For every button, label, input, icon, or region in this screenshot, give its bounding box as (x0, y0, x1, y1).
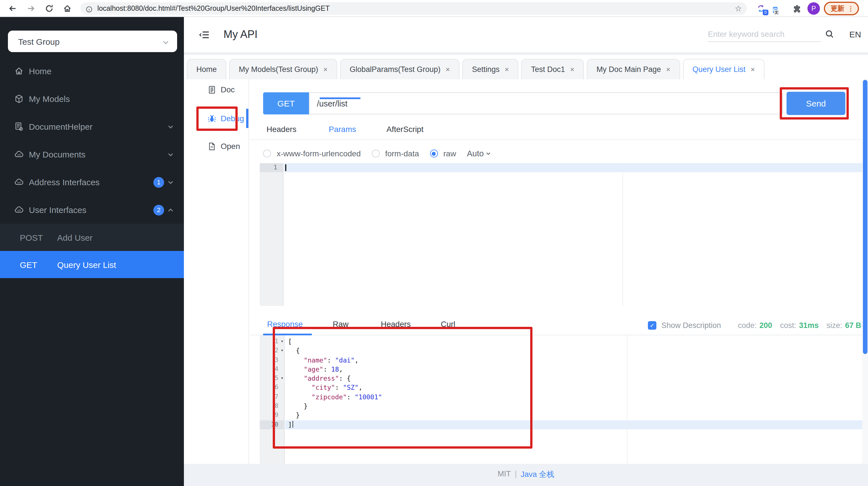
document-tab[interactable]: Settings × (462, 59, 519, 79)
tab-close-icon[interactable]: × (323, 65, 328, 74)
request-body-editor[interactable]: 1 (250, 163, 868, 306)
tab-close-icon[interactable]: × (666, 65, 670, 74)
sidebar-item-label: My Documents (29, 149, 86, 159)
sidebar-nav: Home My Models DocumentHelper (0, 57, 184, 224)
request-tab[interactable]: Params (329, 124, 356, 134)
interface-item[interactable]: POST Add User (0, 224, 184, 251)
tab-close-icon[interactable]: × (570, 65, 574, 74)
scrollbar-thumb[interactable] (863, 80, 867, 354)
doc-nav-item[interactable]: Doc (184, 82, 248, 97)
show-description-label: Show Description (661, 321, 721, 330)
response-body-editor[interactable]: 1▾ [ 2▾ { (250, 335, 868, 464)
url-text[interactable]: localhost:8080/doc.html#/Test%20Group/Us… (97, 4, 735, 12)
browser-profile-avatar[interactable]: P (807, 2, 820, 15)
extensions-puzzle-icon[interactable] (792, 4, 801, 13)
bookmark-star-icon[interactable]: ☆ (735, 4, 742, 13)
browser-forward-icon[interactable] (27, 4, 36, 13)
language-switch[interactable]: EN (849, 29, 861, 39)
tab-close-icon[interactable]: × (445, 65, 450, 74)
body-type-options: x-www-form-urlencoded form-data (263, 146, 491, 162)
request-url-input[interactable] (309, 92, 782, 114)
sidebar-item[interactable]: DocumentHelper (0, 113, 184, 141)
chevron-down-icon (162, 38, 169, 45)
doc-side-nav: Doc Debug Open (184, 79, 249, 464)
code-line: 7 "zipcode": "10001" (250, 393, 868, 402)
code-line: 1▾ [ (250, 337, 868, 346)
request-tabs: Headers Params AfterScript (250, 120, 868, 140)
code-line: 9 } (250, 411, 868, 420)
response-stat: code: 200 (738, 321, 772, 330)
sidebar-item-icon (14, 66, 24, 76)
collapse-sidebar-icon[interactable] (199, 29, 210, 40)
app-header: My API EN (184, 17, 868, 55)
chevron-icon (167, 207, 174, 213)
interface-item[interactable]: GET Query User List (0, 251, 184, 278)
tab-close-icon[interactable]: × (505, 65, 509, 74)
response-tab[interactable]: Headers (381, 319, 411, 328)
sync-extension-icon[interactable]: 0 (756, 4, 766, 13)
show-description-checkbox[interactable]: ✓ (648, 321, 656, 330)
document-tab[interactable]: GlobalParams(Test Group) × (340, 59, 460, 79)
document-tab[interactable]: My Models(Test Group) × (229, 59, 337, 79)
radio-label: form-data (385, 149, 419, 158)
scrollbar-track[interactable] (862, 79, 868, 464)
tab-label: Home (196, 65, 217, 74)
body-type-radio[interactable]: raw (430, 149, 456, 158)
document-tab[interactable]: My Doc Main Page × (587, 59, 680, 79)
stat-value: 67 B (845, 321, 861, 330)
response-tab[interactable]: Raw (333, 319, 348, 328)
response-tab[interactable]: Curl (441, 319, 455, 328)
site-info-icon[interactable] (86, 5, 93, 12)
fold-caret-icon[interactable]: ▾ (278, 337, 283, 346)
fold-caret-icon[interactable]: ▾ (278, 346, 283, 356)
search-icon[interactable] (825, 29, 834, 38)
tab-label: Query User List (692, 65, 745, 74)
document-tab[interactable]: Query User List × (683, 59, 765, 79)
tab-close-icon[interactable]: × (751, 65, 755, 74)
browser-reload-icon[interactable] (45, 4, 54, 13)
body-type-radio[interactable]: x-www-form-urlencoded (263, 149, 361, 158)
browser-toolbar: localhost:8080/doc.html#/Test%20Group/Us… (0, 0, 868, 17)
tab-label: My Models(Test Group) (239, 65, 318, 74)
footer-link[interactable]: Java 全栈 (521, 469, 554, 486)
browser-update-button[interactable]: 更新 ⋮ (824, 2, 859, 15)
active-nav-indicator (246, 109, 248, 128)
sidebar-item[interactable]: My Models (0, 85, 184, 113)
group-select[interactable]: Test Group (8, 31, 177, 52)
response-tab[interactable]: Response (267, 319, 303, 328)
body-type-radio[interactable]: form-data (371, 149, 419, 158)
sidebar-item[interactable]: Home (0, 57, 184, 85)
document-tab[interactable]: Test Doc1 × (521, 59, 584, 79)
browser-menu-icon[interactable]: ⋮ (848, 5, 854, 12)
count-badge: 1 (153, 177, 164, 188)
sidebar-item-icon (14, 122, 24, 132)
stat-value: 31ms (799, 321, 818, 330)
doc-nav-icon (208, 85, 216, 94)
sidebar-item[interactable]: API My Documents (0, 141, 184, 168)
sidebar-item-icon: API (14, 149, 24, 159)
document-tab[interactable]: Home (187, 59, 226, 79)
doc-nav-item[interactable]: Open (184, 139, 248, 153)
svg-text:API: API (17, 181, 21, 184)
browser-home-icon[interactable] (63, 4, 72, 13)
browser-back-icon[interactable] (8, 4, 17, 13)
request-tab[interactable]: AfterScript (386, 124, 424, 134)
translate-extension-icon[interactable]: G 文 (773, 4, 782, 13)
send-button[interactable]: Send (786, 92, 845, 115)
code-line: 6 "city": "SZ", (250, 383, 868, 393)
format-select[interactable]: Auto (467, 149, 491, 158)
footer: MIT | Java 全栈 (184, 464, 868, 486)
request-tab[interactable]: Headers (267, 124, 297, 134)
extension-badge: 0 (763, 10, 768, 15)
sidebar-item-label: User Interfaces (29, 205, 86, 215)
doc-nav-item[interactable]: Debug (184, 111, 248, 126)
fold-caret-icon[interactable]: ▾ (278, 374, 283, 383)
request-method-badge: GET (263, 92, 309, 114)
code-line: 8 } (250, 402, 868, 411)
doc-nav-icon (208, 114, 216, 123)
sidebar-item[interactable]: API User Interfaces 2 (0, 196, 184, 224)
search-input[interactable] (708, 26, 821, 42)
sidebar-item[interactable]: API Address Interfaces 1 (0, 168, 184, 196)
chevron-icon (167, 179, 174, 185)
address-bar[interactable]: localhost:8080/doc.html#/Test%20Group/Us… (80, 2, 747, 15)
